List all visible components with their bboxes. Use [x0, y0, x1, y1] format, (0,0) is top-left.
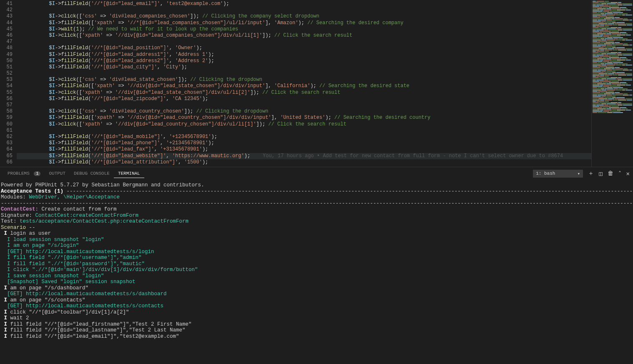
kill-terminal-icon[interactable]: 🗑	[608, 170, 613, 177]
code-line[interactable]: $I->fillField('//*[@id="lead_fax"]', '+3…	[17, 146, 591, 153]
code-line[interactable]: $I->fillField(['xpath' => '//*[@id="lead…	[17, 20, 591, 26]
code-line[interactable]: $I->fillField('//*[@id="lead_zipcode"]',…	[17, 96, 591, 102]
terminal-output[interactable]: Powered by PHPUnit 5.7.27 by Sebastian B…	[0, 180, 633, 364]
code-line[interactable]: $I->click(['xpath' => '//div[@id="lead_s…	[17, 90, 591, 96]
editor-area: 4142434445464748495051525354555657585960…	[0, 0, 633, 167]
code-line[interactable]	[17, 39, 591, 45]
code-line[interactable]: $I->fillField('//*[@id="lead_phone"]', '…	[17, 140, 591, 146]
code-line[interactable]: $I->fillField('//*[@id="lead_attribution…	[17, 159, 591, 166]
panel-tabs: PROBLEMS 1 OUTPUT DEBUG CONSOLE TERMINAL…	[0, 167, 633, 180]
code-line[interactable]: $I->fillField('//*[@id="lead_city"]', 'C…	[17, 64, 591, 70]
code-line[interactable]: $I->click(['xpath' => '//div[@id="lead_c…	[17, 33, 591, 39]
tab-debug-console[interactable]: DEBUG CONSOLE	[70, 169, 114, 178]
code-line[interactable]: $I->fillField('//*[@id="lead_mobile"]', …	[17, 134, 591, 140]
bottom-panel: PROBLEMS 1 OUTPUT DEBUG CONSOLE TERMINAL…	[0, 167, 633, 364]
code-line[interactable]: $I->fillField('//*[@id="lead_address2"]'…	[17, 58, 591, 64]
line-number-gutter: 4142434445464748495051525354555657585960…	[0, 0, 17, 167]
problems-badge: 1	[34, 171, 40, 176]
code-line[interactable]	[17, 70, 591, 77]
code-line[interactable]: $I->fillField('//*[@id="lead_website"]',…	[17, 153, 591, 159]
code-line[interactable]: $I->fillField('//*[@id="lead_address1"]'…	[17, 52, 591, 58]
tab-problems[interactable]: PROBLEMS 1	[3, 169, 45, 178]
code-line[interactable]: $I->fillField('//*[@id="lead_email"]', '…	[17, 1, 591, 7]
minimap[interactable]	[591, 0, 633, 167]
maximize-panel-icon[interactable]: ˄	[618, 170, 621, 177]
code-line[interactable]	[17, 102, 591, 108]
code-line[interactable]: $I->click(['css' => 'div#lead_country_ch…	[17, 108, 591, 115]
terminal-selector[interactable]: 1: bash ▾	[533, 170, 583, 178]
code-line[interactable]: $I->click(['css' => 'div#lead_state_chos…	[17, 77, 591, 83]
chevron-down-icon: ▾	[578, 171, 580, 176]
close-panel-icon[interactable]: ✕	[626, 170, 630, 177]
code-line[interactable]: $I->click(['xpath' => '//div[@id="lead_c…	[17, 121, 591, 128]
tab-terminal[interactable]: TERMINAL	[114, 169, 144, 178]
code-line[interactable]: $I->wait(1); // We need to wait for it t…	[17, 26, 591, 33]
code-line[interactable]: $I->fillField('//*[@id="lead_position"]'…	[17, 45, 591, 51]
code-line[interactable]: $I->fillField(['xpath' => '//div[@id="le…	[17, 115, 591, 121]
code-line[interactable]	[17, 128, 591, 134]
tab-output[interactable]: OUTPUT	[45, 169, 70, 178]
tab-problems-label: PROBLEMS	[8, 171, 30, 176]
split-terminal-icon[interactable]: ◫	[599, 170, 602, 177]
code-line[interactable]: $I->click(['css' => 'div#lead_companies_…	[17, 13, 591, 20]
code-editor[interactable]: $I->fillField('//*[@id="lead_email"]', '…	[17, 0, 591, 167]
gitlens-annotation: You, 17 hours ago • Add test for new con…	[263, 153, 563, 159]
code-line[interactable]	[17, 7, 591, 13]
terminal-selector-label: 1: bash	[536, 171, 555, 176]
code-line[interactable]: $I->fillField(['xpath' => '//div[@id="le…	[17, 83, 591, 89]
new-terminal-icon[interactable]: ＋	[588, 170, 594, 177]
